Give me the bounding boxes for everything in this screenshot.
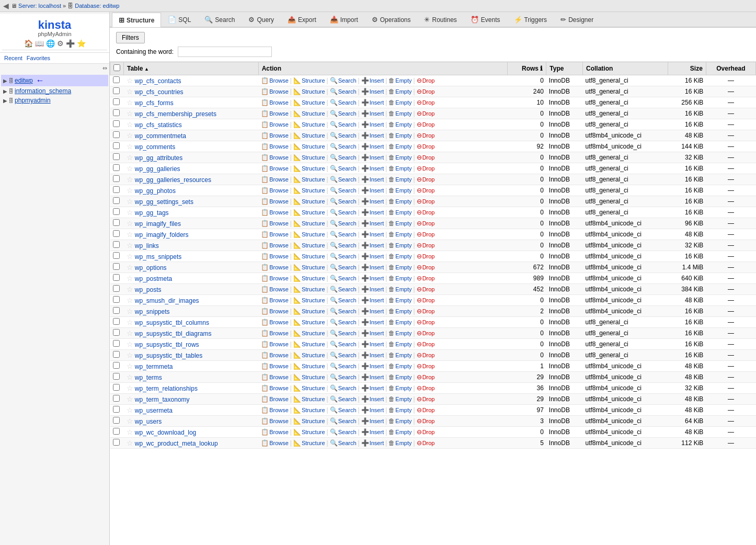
empty-link[interactable]: 🗑 Empty xyxy=(388,88,411,95)
empty-link[interactable]: 🗑 Empty xyxy=(388,187,411,194)
drop-link[interactable]: ⊖ Drop xyxy=(417,351,435,359)
favorite-star[interactable]: ☆ xyxy=(127,142,133,151)
favorite-star[interactable]: ☆ xyxy=(127,230,133,239)
table-name-link[interactable]: wp_termmeta xyxy=(135,363,173,370)
insert-link[interactable]: ➕ Insert xyxy=(361,275,384,282)
favorite-star[interactable]: ☆ xyxy=(127,428,133,436)
back-arrow[interactable]: ◀ xyxy=(3,2,9,10)
insert-link[interactable]: ➕ Insert xyxy=(361,362,384,370)
browse-link[interactable]: 📋 Browse xyxy=(261,286,289,293)
structure-link[interactable]: 📐 Structure xyxy=(293,297,325,304)
search-link[interactable]: 🔍 Search xyxy=(330,110,357,117)
sidebar-item-information-schema[interactable]: ▶ 🗄 information_schema xyxy=(1,86,108,96)
drop-link[interactable]: ⊖ Drop xyxy=(417,340,435,348)
browse-link[interactable]: 📋 Browse xyxy=(261,121,289,128)
favorite-star[interactable]: ☆ xyxy=(127,384,133,392)
favorite-star[interactable]: ☆ xyxy=(127,318,133,326)
row-checkbox[interactable] xyxy=(113,373,120,380)
search-link[interactable]: 🔍 Search xyxy=(330,253,357,260)
favorite-star[interactable]: ☆ xyxy=(127,351,133,359)
row-checkbox[interactable] xyxy=(113,76,120,83)
drop-link[interactable]: ⊖ Drop xyxy=(417,264,435,271)
structure-link[interactable]: 📐 Structure xyxy=(293,362,325,370)
table-name-link[interactable]: wp_gg_galleries_resources xyxy=(135,176,211,184)
structure-link[interactable]: 📐 Structure xyxy=(293,340,325,348)
favorite-star[interactable]: ☆ xyxy=(127,417,133,425)
empty-link[interactable]: 🗑 Empty xyxy=(388,110,411,117)
structure-link[interactable]: 📐 Structure xyxy=(293,88,325,95)
insert-link[interactable]: ➕ Insert xyxy=(361,406,384,414)
browse-link[interactable]: 📋 Browse xyxy=(261,99,289,106)
structure-link[interactable]: 📐 Structure xyxy=(293,373,325,381)
search-link[interactable]: 🔍 Search xyxy=(330,275,357,282)
row-checkbox[interactable] xyxy=(113,263,120,270)
search-link[interactable]: 🔍 Search xyxy=(330,428,357,436)
search-link[interactable]: 🔍 Search xyxy=(330,351,357,359)
table-name-link[interactable]: wp_supsystic_tbl_tables xyxy=(135,352,202,359)
search-link[interactable]: 🔍 Search xyxy=(330,340,357,348)
insert-link[interactable]: ➕ Insert xyxy=(361,132,384,139)
book-icon[interactable]: 📖 xyxy=(35,39,44,48)
sidebar-item-phpmyadmin[interactable]: ▶ 🗄 phpmyadmin xyxy=(1,96,108,105)
drop-link[interactable]: ⊖ Drop xyxy=(417,231,435,238)
drop-link[interactable]: ⊖ Drop xyxy=(417,187,435,194)
structure-link[interactable]: 📐 Structure xyxy=(293,428,325,436)
row-checkbox[interactable] xyxy=(113,208,120,215)
drop-link[interactable]: ⊖ Drop xyxy=(417,209,435,216)
browse-link[interactable]: 📋 Browse xyxy=(261,88,289,95)
empty-link[interactable]: 🗑 Empty xyxy=(388,384,411,392)
server-link[interactable]: Server: localhost xyxy=(18,3,61,9)
row-checkbox[interactable] xyxy=(113,120,120,127)
table-name-link[interactable]: wp_posts xyxy=(135,286,162,293)
drop-link[interactable]: ⊖ Drop xyxy=(417,428,435,436)
row-checkbox[interactable] xyxy=(113,428,120,435)
insert-link[interactable]: ➕ Insert xyxy=(361,143,384,150)
row-checkbox[interactable] xyxy=(113,109,120,116)
favorite-star[interactable]: ☆ xyxy=(127,76,133,85)
search-link[interactable]: 🔍 Search xyxy=(330,286,357,293)
table-name-header[interactable]: Table xyxy=(124,62,259,75)
tab-events[interactable]: ⏰ Events xyxy=(464,12,507,27)
drop-link[interactable]: ⊖ Drop xyxy=(417,176,435,183)
favorite-star[interactable]: ☆ xyxy=(127,362,133,370)
browse-link[interactable]: 📋 Browse xyxy=(261,110,289,117)
empty-link[interactable]: 🗑 Empty xyxy=(388,77,411,84)
drop-link[interactable]: ⊖ Drop xyxy=(417,384,435,392)
search-link[interactable]: 🔍 Search xyxy=(330,99,357,106)
table-name-link[interactable]: wp_term_relationships xyxy=(135,385,198,392)
browse-link[interactable]: 📋 Browse xyxy=(261,231,289,238)
insert-link[interactable]: ➕ Insert xyxy=(361,286,384,293)
rows-header[interactable]: Rows ℹ xyxy=(508,62,546,75)
browse-link[interactable]: 📋 Browse xyxy=(261,77,289,84)
table-name-link[interactable]: wp_gg_settings_sets xyxy=(135,198,193,206)
row-checkbox[interactable] xyxy=(113,142,120,149)
structure-link[interactable]: 📐 Structure xyxy=(293,319,325,326)
browse-link[interactable]: 📋 Browse xyxy=(261,154,289,161)
tab-search[interactable]: 🔍 Search xyxy=(198,12,242,27)
favorite-star[interactable]: ☆ xyxy=(127,439,133,447)
row-checkbox[interactable] xyxy=(113,252,120,259)
structure-link[interactable]: 📐 Structure xyxy=(293,395,325,403)
table-name-link[interactable]: wp_ms_snippets xyxy=(135,253,181,260)
table-name-link[interactable]: wp_imagify_files xyxy=(135,220,181,228)
browse-link[interactable]: 📋 Browse xyxy=(261,242,289,249)
table-name-link[interactable]: wp_wc_download_log xyxy=(135,429,196,436)
table-name-link[interactable]: wp_users xyxy=(135,418,162,425)
plus-icon[interactable]: ➕ xyxy=(66,39,75,48)
search-link[interactable]: 🔍 Search xyxy=(330,439,357,447)
structure-link[interactable]: 📐 Structure xyxy=(293,231,325,238)
browse-link[interactable]: 📋 Browse xyxy=(261,319,289,326)
database-link[interactable]: Database: editwp xyxy=(75,3,119,9)
structure-link[interactable]: 📐 Structure xyxy=(293,220,325,227)
row-checkbox[interactable] xyxy=(113,395,120,402)
browse-link[interactable]: 📋 Browse xyxy=(261,362,289,370)
tab-export[interactable]: 📤 Export xyxy=(281,12,323,27)
structure-link[interactable]: 📐 Structure xyxy=(293,187,325,194)
structure-link[interactable]: 📐 Structure xyxy=(293,286,325,293)
search-link[interactable]: 🔍 Search xyxy=(330,154,357,161)
browse-link[interactable]: 📋 Browse xyxy=(261,297,289,304)
insert-link[interactable]: ➕ Insert xyxy=(361,439,384,447)
favorite-star[interactable]: ☆ xyxy=(127,175,133,184)
favorite-star[interactable]: ☆ xyxy=(127,109,133,118)
insert-link[interactable]: ➕ Insert xyxy=(361,308,384,315)
